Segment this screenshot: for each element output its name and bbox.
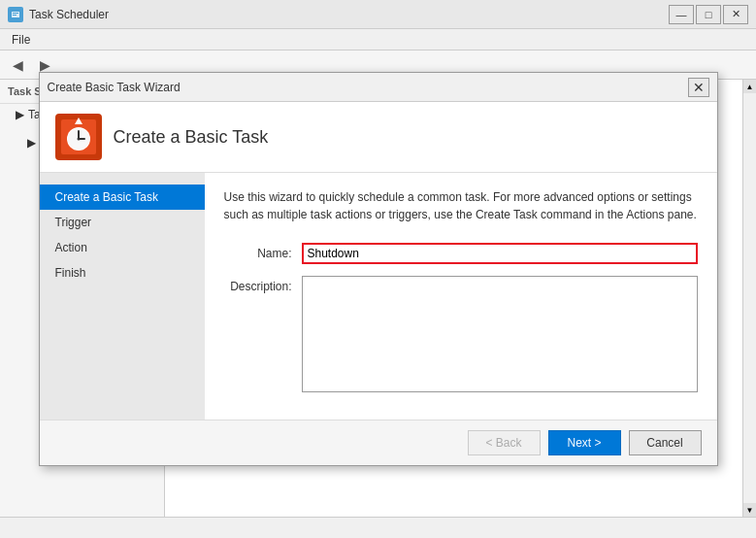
minimize-button[interactable]: — — [669, 5, 694, 24]
status-bar — [0, 517, 756, 538]
window-controls: — □ ✕ — [669, 5, 748, 24]
wizard-step-create[interactable]: Create a Basic Task — [40, 185, 205, 210]
back-button[interactable]: < Back — [468, 430, 541, 455]
svg-rect-3 — [13, 15, 16, 16]
description-label: Description: — [224, 276, 302, 293]
name-input[interactable] — [302, 243, 698, 264]
next-button[interactable]: Next > — [548, 430, 621, 455]
task-library-icon: ▶ — [27, 136, 36, 150]
scroll-up-arrow[interactable]: ▲ — [743, 80, 757, 93]
maximize-button[interactable]: □ — [696, 5, 721, 24]
window-title: Task Scheduler — [29, 8, 669, 21]
scroll-down-arrow[interactable]: ▼ — [743, 503, 757, 517]
dialog-body: Create a Basic Task Trigger Action Finis… — [40, 173, 717, 420]
dialog-header-icon — [55, 114, 102, 160]
close-button[interactable]: ✕ — [723, 5, 748, 24]
dialog-close-button[interactable]: ✕ — [688, 78, 709, 97]
title-bar: Task Scheduler — □ ✕ — [0, 0, 756, 29]
menu-file[interactable]: File — [4, 31, 38, 49]
svg-rect-2 — [13, 13, 18, 14]
menu-bar: File — [0, 29, 756, 50]
wizard-content: Use this wizard to quickly schedule a co… — [205, 173, 717, 420]
modal-overlay: Create Basic Task Wizard ✕ — [0, 0, 756, 538]
create-basic-task-dialog: Create Basic Task Wizard ✕ — [39, 72, 718, 466]
name-label: Name: — [224, 247, 302, 260]
dialog-title: Create Basic Task Wizard — [48, 81, 688, 94]
app-icon — [8, 7, 23, 22]
wizard-step-finish[interactable]: Finish — [40, 260, 205, 286]
dialog-title-bar: Create Basic Task Wizard ✕ — [40, 73, 717, 102]
chevron-right-icon: ▶ — [16, 108, 24, 121]
description-textarea[interactable] — [302, 276, 698, 392]
name-row: Name: — [224, 243, 698, 264]
dialog-footer: < Back Next > Cancel — [40, 420, 717, 465]
wizard-step-action[interactable]: Action — [40, 235, 205, 260]
back-button[interactable]: ◀ — [6, 54, 29, 76]
dialog-header: Create a Basic Task — [40, 102, 717, 173]
description-row: Description: — [224, 276, 698, 392]
wizard-description: Use this wizard to quickly schedule a co… — [224, 188, 698, 223]
scrollbar[interactable]: ▲ ▼ — [742, 80, 756, 517]
cancel-button[interactable]: Cancel — [629, 430, 702, 455]
wizard-steps: Create a Basic Task Trigger Action Finis… — [40, 173, 205, 420]
svg-point-10 — [77, 138, 80, 141]
dialog-header-title: Create a Basic Task — [114, 127, 269, 148]
wizard-step-trigger[interactable]: Trigger — [40, 210, 205, 235]
